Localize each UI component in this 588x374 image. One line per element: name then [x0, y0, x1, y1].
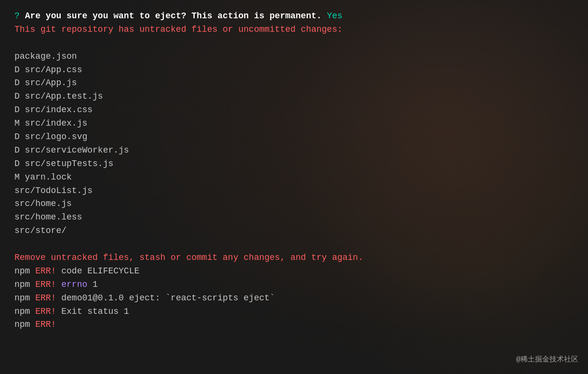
terminal-window: ? Are you sure you want to eject? This a…: [0, 0, 588, 374]
line-home-js: src/home.js: [14, 197, 574, 211]
line-question: ? Are you sure you want to eject? This a…: [14, 10, 574, 23]
line-service-worker: D src/serviceWorker.js: [14, 144, 574, 157]
line-blank2: [14, 238, 574, 251]
line-setup-tests: D src/setupTests.js: [14, 157, 574, 171]
line-git-warning: This git repository has untracked files …: [14, 23, 574, 37]
line-app-test-js: D src/App.test.js: [14, 90, 574, 103]
line-index-css: D src/index.css: [14, 103, 574, 117]
line-npm-err-1: npm ERR! code ELIFECYCLE: [14, 265, 574, 278]
line-app-js: D src/App.js: [14, 77, 574, 90]
line-index-js: M src/index.js: [14, 117, 574, 130]
line-yarn-lock: M yarn.lock: [14, 171, 574, 184]
watermark: @稀土掘金技术社区: [516, 354, 578, 365]
line-npm-err-2: npm ERR! errno 1: [14, 278, 574, 292]
line-blank1: [14, 37, 574, 50]
line-remove-msg: Remove untracked files, stash or commit …: [14, 251, 574, 265]
line-home-less: src/home.less: [14, 211, 574, 224]
line-package-json: package.json: [14, 50, 574, 64]
line-npm-err-4: npm ERR! Exit status 1: [14, 305, 574, 319]
line-npm-err-3: npm ERR! demo01@0.1.0 eject: `react-scri…: [14, 292, 574, 305]
line-app-css: D src/App.css: [14, 64, 574, 77]
line-logo-svg: D src/logo.svg: [14, 130, 574, 144]
line-todo-list: src/TodoList.js: [14, 184, 574, 198]
line-store: src/store/: [14, 224, 574, 238]
line-npm-err-5: npm ERR!: [14, 318, 574, 332]
